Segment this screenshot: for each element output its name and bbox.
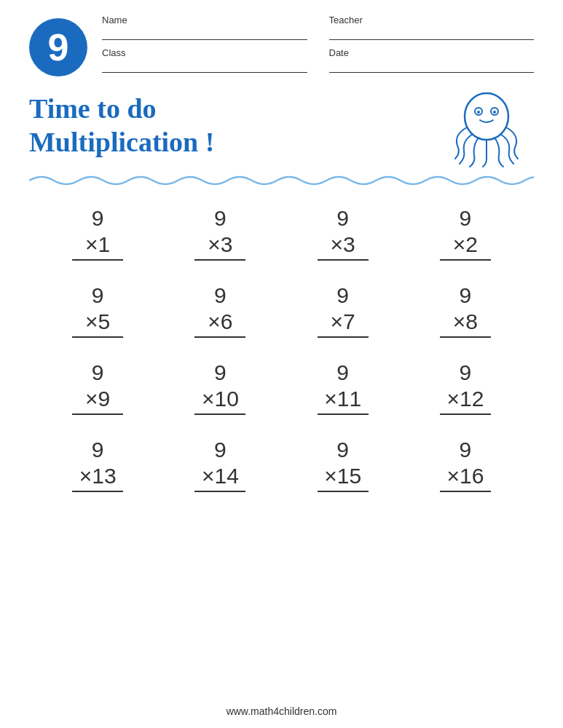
math-problem: 9 ×7 — [282, 282, 404, 338]
problem-multiplier: ×16 — [440, 463, 491, 492]
problem-top: 9 — [92, 360, 104, 386]
teacher-group: Teacher — [329, 15, 535, 40]
math-problem: 9 ×2 — [404, 205, 527, 261]
svg-point-3 — [477, 111, 480, 114]
problem-multiplier: ×13 — [72, 463, 123, 492]
header: 9 Name Teacher Class Date — [29, 15, 534, 76]
problem-top: 9 — [336, 282, 349, 309]
footer-url: www.math4children.com — [227, 705, 337, 717]
problems-grid: 9 ×1 9 ×3 9 ×3 9 ×2 9 ×5 9 ×6 9 ×7 9 ×8 … — [36, 205, 527, 492]
problem-multiplier: ×1 — [72, 232, 123, 261]
math-problem: 9 ×9 — [36, 360, 159, 415]
date-group: Date — [329, 47, 535, 73]
problem-multiplier: ×14 — [194, 463, 245, 492]
math-problem: 9 ×1 — [36, 205, 159, 261]
problem-top: 9 — [460, 360, 472, 386]
math-problem: 9 ×5 — [36, 282, 159, 338]
problem-multiplier: ×9 — [72, 386, 123, 415]
problem-multiplier: ×2 — [440, 232, 491, 261]
math-problem: 9 ×10 — [159, 360, 281, 415]
octopus-icon — [446, 84, 527, 167]
octopus-container — [439, 84, 534, 167]
class-group: Class — [102, 47, 307, 73]
problem-multiplier: ×6 — [194, 309, 245, 338]
problem-top: 9 — [460, 437, 472, 463]
number-badge: 9 — [29, 18, 87, 76]
problem-top: 9 — [92, 437, 104, 463]
problem-top: 9 — [336, 437, 349, 463]
problem-top: 9 — [214, 437, 227, 463]
math-problem: 9 ×12 — [404, 360, 527, 415]
wave-divider — [29, 173, 534, 191]
problem-top: 9 — [214, 360, 227, 386]
class-label: Class — [102, 47, 307, 58]
date-label: Date — [329, 47, 535, 58]
math-problem: 9 ×15 — [282, 437, 404, 492]
problem-top: 9 — [214, 282, 227, 309]
problem-top: 9 — [92, 282, 104, 309]
problem-multiplier: ×7 — [318, 309, 369, 338]
problem-top: 9 — [460, 205, 472, 232]
name-line — [102, 27, 307, 40]
teacher-label: Teacher — [329, 15, 535, 25]
problem-top: 9 — [214, 205, 227, 232]
math-problem: 9 ×13 — [36, 437, 159, 492]
teacher-line — [329, 27, 535, 40]
problem-multiplier: ×3 — [194, 232, 245, 261]
problem-top: 9 — [336, 205, 349, 232]
worksheet-page: 9 Name Teacher Class Date — [0, 0, 563, 728]
form-row-2: Class Date — [102, 47, 534, 73]
math-problem: 9 ×6 — [159, 282, 281, 338]
svg-point-0 — [465, 93, 508, 140]
footer: www.math4children.com — [0, 705, 563, 717]
problem-multiplier: ×12 — [440, 386, 491, 415]
name-group: Name — [102, 15, 307, 40]
form-fields: Name Teacher Class Date — [102, 15, 534, 73]
math-problem: 9 ×3 — [159, 205, 281, 261]
math-problem: 9 ×14 — [159, 437, 281, 492]
problem-multiplier: ×5 — [72, 309, 123, 338]
class-line — [102, 60, 307, 73]
problem-top: 9 — [460, 282, 472, 309]
problem-multiplier: ×10 — [194, 386, 245, 415]
problem-top: 9 — [92, 205, 104, 232]
problem-multiplier: ×3 — [318, 232, 369, 261]
math-problem: 9 ×16 — [404, 437, 527, 492]
svg-point-4 — [493, 111, 496, 114]
date-line — [329, 60, 535, 73]
title-text: Time to do Multiplication ! — [29, 92, 439, 159]
math-problem: 9 ×3 — [282, 205, 404, 261]
problem-multiplier: ×11 — [318, 386, 369, 415]
title-section: Time to do Multiplication ! — [29, 84, 534, 167]
problem-multiplier: ×8 — [440, 309, 491, 338]
problem-multiplier: ×15 — [318, 463, 369, 492]
problem-top: 9 — [336, 360, 349, 386]
math-problem: 9 ×8 — [404, 282, 527, 338]
name-label: Name — [102, 15, 307, 25]
form-row-1: Name Teacher — [102, 15, 534, 40]
math-problem: 9 ×11 — [282, 360, 404, 415]
